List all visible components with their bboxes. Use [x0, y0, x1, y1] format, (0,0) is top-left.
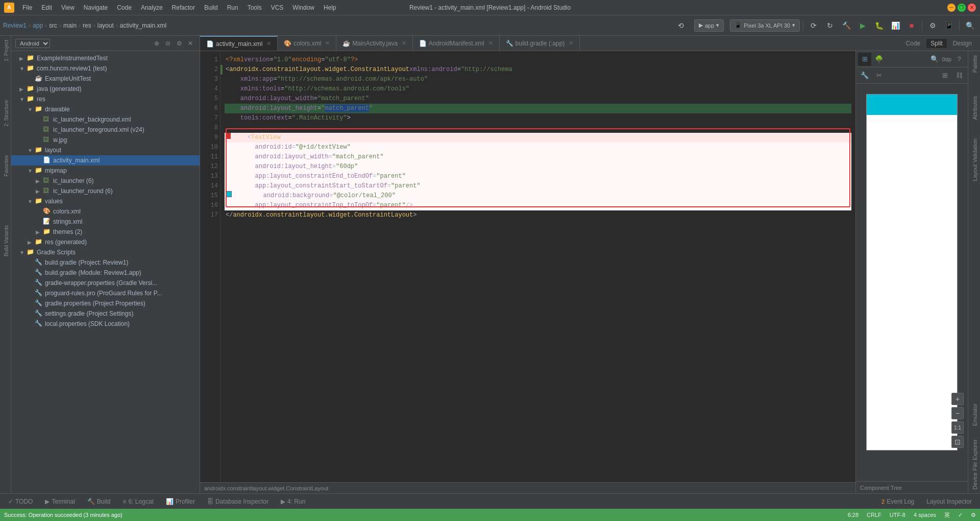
menu-navigate[interactable]: Navigate: [80, 3, 112, 12]
tab-close-btn[interactable]: ✕: [266, 40, 271, 47]
tab-activity-main[interactable]: 📄 activity_main.xml ✕: [200, 36, 278, 51]
close-panel-btn[interactable]: ✕: [185, 38, 195, 49]
zoom-in-btn[interactable]: +: [951, 393, 964, 405]
tab-build-gradle[interactable]: 🔧 build.gradle (:app) ✕: [500, 36, 580, 51]
menu-bar[interactable]: File Edit View Navigate Code Analyze Ref…: [18, 3, 340, 12]
vtab-emulator[interactable]: Emulator: [968, 399, 980, 430]
align-btn[interactable]: ⊞: [938, 69, 951, 82]
sync-btn[interactable]: ⟲: [674, 18, 688, 33]
vtab-structure[interactable]: 2: Structure: [0, 96, 11, 131]
tree-item-ic-launcher-round[interactable]: ▶ 🖼 ic_launcher_round (6): [11, 186, 200, 196]
build-btn[interactable]: 🔨: [839, 18, 853, 33]
magnet-btn[interactable]: 🔧: [858, 69, 871, 82]
tree-item-res-generated[interactable]: ▶ 📁 res (generated): [11, 237, 200, 247]
tree-item-gradle-scripts[interactable]: ▼ 📁 Gradle Scripts: [11, 247, 200, 257]
tree-item-strings[interactable]: 📝 strings.xml: [11, 217, 200, 227]
tab-close-main-activity[interactable]: ✕: [402, 40, 406, 46]
stop-btn[interactable]: ■: [904, 18, 919, 33]
sdk-manager-btn[interactable]: ⚙: [925, 18, 940, 33]
menu-view[interactable]: View: [57, 3, 79, 12]
help-btn[interactable]: ?: [952, 53, 966, 66]
zoom-reset-btn[interactable]: 1:1: [951, 421, 964, 434]
project-view-selector[interactable]: Android Project: [15, 39, 50, 48]
tab-close-manifest[interactable]: ✕: [488, 40, 493, 46]
menu-run[interactable]: Run: [223, 3, 242, 12]
tool-database[interactable]: 🗄 Database Inspector: [203, 497, 273, 506]
menu-analyze[interactable]: Analyze: [137, 3, 167, 12]
view-split-btn[interactable]: Split: [926, 39, 946, 48]
vtab-layout-validation[interactable]: Layout Validation: [968, 134, 980, 185]
tree-item-drawable[interactable]: ▼ 📁 drawable: [11, 104, 200, 114]
collapse-all-btn[interactable]: ⊝: [163, 38, 173, 49]
zoom-fit-btn[interactable]: ⊡: [951, 436, 964, 448]
tab-close-colors[interactable]: ✕: [325, 40, 330, 46]
tree-item-themes[interactable]: ▶ 📁 themes (2): [11, 227, 200, 237]
maximize-button[interactable]: ❐: [958, 4, 966, 12]
view-code-btn[interactable]: Code: [902, 39, 925, 48]
tab-main-activity[interactable]: ☕ MainActivity.java ✕: [336, 36, 412, 51]
tree-item-gradle-properties[interactable]: 🔧 gradle.properties (Project Properties): [11, 298, 200, 309]
tool-layout-inspector[interactable]: Layout Inspector: [922, 497, 976, 506]
zoom-out-btn[interactable]: −: [951, 407, 964, 419]
tab-close-build-gradle[interactable]: ✕: [569, 40, 573, 46]
code-content[interactable]: <?xml version="1.0" encoding="utf-8"?> <…: [220, 51, 855, 493]
minimize-button[interactable]: ─: [947, 4, 955, 12]
tree-item-values[interactable]: ▼ 📁 values: [11, 196, 200, 206]
tree-item-gradle-wrapper[interactable]: 🔧 gradle-wrapper.properties (Gradle Vers…: [11, 278, 200, 288]
profile-btn[interactable]: 📊: [888, 18, 902, 33]
tool-event-log[interactable]: 2 Event Log: [877, 497, 918, 506]
menu-build[interactable]: Build: [200, 3, 222, 12]
tab-manifest[interactable]: 📄 AndroidManifest.xml ✕: [413, 36, 500, 51]
tree-item-ic-fg[interactable]: 🖼 ic_launcher_foreground.xml (v24): [11, 125, 200, 135]
tree-item-mipmap[interactable]: ▼ 📁 mipmap: [11, 165, 200, 176]
tool-terminal[interactable]: ▶ Terminal: [41, 497, 79, 506]
tool-run[interactable]: ▶ 4: Run: [277, 497, 309, 506]
breadcrumb-src[interactable]: src: [49, 22, 57, 29]
tool-profiler[interactable]: 📊 Profiler: [162, 497, 199, 506]
menu-file[interactable]: File: [18, 3, 36, 12]
tree-item-test[interactable]: ▼ 📁 com.huncm.review1 (test): [11, 63, 200, 74]
tree-item-build-gradle-project[interactable]: 🔧 build.gradle (Project: Review1): [11, 257, 200, 268]
tree-item-res[interactable]: ▼ 📁 res: [11, 94, 200, 104]
tree-item-build-gradle-module[interactable]: 🔧 build.gradle (Module: Review1.app): [11, 268, 200, 278]
menu-tools[interactable]: Tools: [243, 3, 266, 12]
expand-all-btn[interactable]: ⊕: [152, 38, 162, 49]
run-config-btn[interactable]: ⟳: [806, 18, 821, 33]
menu-vcs[interactable]: VCS: [267, 3, 288, 12]
vtab-favorites[interactable]: Favorites: [0, 151, 11, 180]
search-everywhere-btn[interactable]: 🔍: [963, 18, 977, 33]
tree-item-instrumented[interactable]: ▶ 📁 ExampleInstrumentedTest: [11, 53, 200, 63]
tree-item-layout[interactable]: ▼ 📁 layout: [11, 145, 200, 155]
breadcrumb-app[interactable]: app: [33, 22, 43, 29]
close-button[interactable]: ✕: [968, 4, 976, 12]
chains-btn[interactable]: ⛓: [952, 69, 966, 82]
breadcrumb-layout[interactable]: layout: [97, 22, 114, 29]
tool-logcat[interactable]: ≡ 6: Logcat: [119, 497, 158, 506]
vtab-project[interactable]: 1: Project: [0, 36, 11, 65]
tool-todo[interactable]: ✓ TODO: [4, 497, 37, 506]
code-editor[interactable]: 1 2 3 4 5 6 7 8 9 10 11 12 13 14 15 16 1: [200, 51, 855, 493]
breadcrumb-review1[interactable]: Review1: [3, 22, 27, 29]
tree-item-colors[interactable]: 🎨 colors.xml: [11, 206, 200, 217]
menu-edit[interactable]: Edit: [37, 3, 56, 12]
tree-item-settings-gradle[interactable]: 🔧 settings.gradle (Project Settings): [11, 309, 200, 319]
vtab-device-file[interactable]: Device File Explorer: [968, 435, 980, 493]
tree-item-w-jpg[interactable]: 🖼 w.jpg: [11, 135, 200, 145]
device-selector[interactable]: 📱 Pixel 3a XL API 30 ▾: [730, 19, 800, 32]
vtab-palette[interactable]: Palette: [968, 51, 980, 77]
tree-item-unit-test[interactable]: ☕ ExampleUnitTest: [11, 74, 200, 84]
zoom-in-toolbar-btn[interactable]: 🔍: [928, 53, 941, 66]
tab-colors[interactable]: 🎨 colors.xml ✕: [278, 36, 336, 51]
settings-btn[interactable]: ⚙: [174, 38, 184, 49]
tool-build[interactable]: 🔨 Build: [83, 497, 115, 506]
tree-item-proguard[interactable]: 🔧 proguard-rules.pro (ProGuard Rules for…: [11, 288, 200, 298]
palette-btn[interactable]: ⊞: [858, 53, 871, 66]
tree-item-activity-main[interactable]: 📄 activity_main.xml: [11, 155, 200, 165]
vtab-build-variants[interactable]: Build Variants: [0, 221, 11, 260]
app-selector[interactable]: ▶ app ▾: [694, 19, 724, 32]
eraser-btn[interactable]: ✂: [872, 69, 886, 82]
menu-window[interactable]: Window: [288, 3, 318, 12]
tree-item-ic-bg[interactable]: 🖼 ic_launcher_background.xml: [11, 114, 200, 125]
breadcrumb-res[interactable]: res: [83, 22, 91, 29]
vtab-attributes[interactable]: Attributes: [968, 92, 980, 124]
